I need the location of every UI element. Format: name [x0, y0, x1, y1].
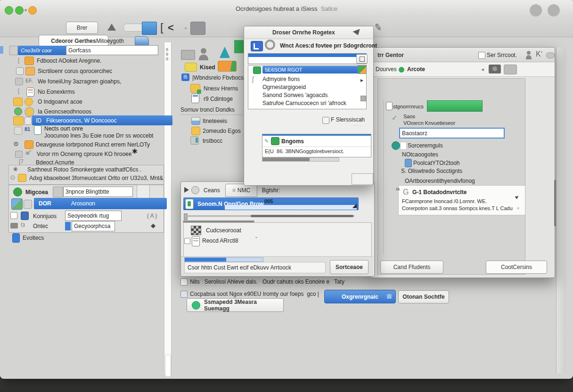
custom-row-label[interactable]: Cudcseorooat [206, 227, 241, 234]
group-row4-input[interactable] [72, 221, 115, 231]
sidebar-item[interactable]: Sicrtiloenr corus qorocercihec [38, 68, 112, 74]
inspector-sub-left[interactable]: Dourves [376, 66, 397, 73]
sidebar-item[interactable]: Voror rrn Ocnerng cproure KO hrooee [37, 151, 131, 157]
dropdown-item[interactable]: Sanond Sonwes 'agoacds [262, 92, 327, 98]
footer-status-chip[interactable]: Ssmapedd 3Measra Suemagg [187, 298, 284, 312]
group-row1-label[interactable]: Migcoea [25, 189, 48, 196]
color-swatch-icon[interactable] [142, 22, 157, 35]
result-hscrollbar-thumb[interactable] [262, 158, 310, 161]
panel-action-button[interactable]: Sortceaoe [330, 260, 368, 274]
footer-checkbox-2[interactable] [180, 291, 188, 298]
window-scrollbar[interactable] [556, 47, 566, 373]
footer-checkbox-1[interactable] [180, 278, 188, 286]
filter-link[interactable]: F Slerssiscah [331, 116, 365, 123]
row-green-label[interactable]: Sorcerernguls [408, 142, 443, 149]
sidebar-tab-label: Cdeoror Gerthes [51, 38, 96, 44]
group-selected-row[interactable]: DOR Arosonon [34, 198, 167, 209]
blue-doc-icon [405, 159, 412, 167]
yellow-folder-icon [13, 98, 23, 106]
orange-app-icon [25, 140, 33, 149]
combo-browse-button[interactable] [356, 54, 368, 64]
sidebar-selected-item[interactable]: ID Fiikseroooncs, W Doncoooc [32, 115, 172, 125]
group-row4-label: Ontec [33, 223, 48, 229]
row-doc-label[interactable]: PoolcatYTOr2tooh [413, 160, 460, 166]
record-row-label[interactable]: Reocd ARrctl8 [202, 237, 238, 244]
name-input[interactable] [66, 45, 158, 55]
capture-selected-row[interactable]: Sonom.N Onn/Gon Brow 005 ◢ [183, 197, 359, 210]
book-icon [191, 94, 199, 103]
dropdown-selected-item[interactable]: 5E6SOM RGOT [262, 66, 360, 74]
browser-item[interactable]: r9 Cdintoge [204, 96, 233, 102]
menu-label[interactable]: Mitoeygoth [96, 38, 124, 44]
sidebar-item[interactable]: Fdbooct AOoket Aregnne. [37, 57, 101, 64]
gray-app-icon [190, 136, 199, 145]
footer-primary-button[interactable]: Oxgrenrgnaic [324, 290, 396, 303]
dropdown-item[interactable]: Admyoire fions [262, 76, 300, 82]
result-hscrollbar[interactable] [262, 157, 339, 162]
browser-item[interactable]: Itneteeeis [203, 118, 227, 124]
sidebar-item[interactable]: O Indgoanvt acoe [38, 98, 82, 105]
browser-item[interactable]: Nnesv Hrerns [204, 85, 238, 92]
pane-resize-handle[interactable] [554, 180, 556, 226]
expander-icon[interactable]: [ [18, 88, 19, 94]
inspector-header-checkbox[interactable] [478, 52, 485, 59]
result-title[interactable]: Bngoms [281, 138, 304, 145]
tiny-doc-icon [386, 102, 393, 110]
mini-dropdown-box[interactable] [352, 173, 373, 185]
key-icon[interactable]: Kʻ [536, 50, 542, 58]
browser-item[interactable]: 2omeudo Egos [203, 128, 241, 134]
tool-icon[interactable] [190, 22, 205, 35]
slider-thumb-1[interactable] [251, 215, 353, 217]
dropdown-item[interactable]: Satrufoe Carnucocecn sri 'afrrock [262, 100, 346, 106]
browser-item[interactable]: trstbocc [203, 138, 222, 144]
person-icon[interactable] [525, 50, 532, 59]
play-icon[interactable] [184, 187, 189, 193]
row-notes-label[interactable]: NOtcaoogotes [402, 151, 438, 158]
inspector-right-button[interactable]: CootCersins [486, 261, 547, 274]
sidebar-item[interactable]: Deavgeuse lorbrponod Runct errem NerLOTy [36, 141, 150, 148]
collapse-arrow-icon[interactable]: ◂ [481, 66, 484, 73]
chevron-down-icon[interactable]: ˇ [255, 237, 257, 243]
step-button[interactable]: Brer [66, 22, 98, 34]
expander-icon[interactable]: [7 [19, 158, 24, 165]
inspector-right-button-label: CootCersins [501, 264, 532, 270]
white-chip-icon [400, 142, 407, 150]
camera-dark-icon[interactable] [489, 65, 501, 74]
sidebar-footer-item[interactable]: Evoltecs [23, 235, 44, 241]
mac-tab[interactable]: ≡ NMC [225, 184, 257, 197]
group-row3-input[interactable] [65, 211, 122, 221]
camera-light-icon[interactable] [504, 65, 517, 74]
filter-toggle-icon[interactable] [322, 117, 329, 124]
detail-title[interactable]: Nects ourt onre [44, 125, 83, 132]
popup-combo-field[interactable] [248, 53, 367, 64]
footer-secondary-button[interactable]: Otonan Sochtfe [398, 290, 449, 303]
field-label: Bgtshr: [262, 187, 280, 194]
group-row3-checkbox[interactable] [10, 212, 17, 219]
flag-icon[interactable] [107, 24, 116, 31]
pencil-icon[interactable]: ✎ [373, 21, 383, 34]
check-line1: Saos [403, 114, 415, 119]
toolbar-toggle-button[interactable] [530, 4, 542, 16]
name-row-label[interactable]: Cno3s0r coor [18, 46, 68, 55]
browser-item[interactable]: |Wbndsrelo Fbvbocs [192, 74, 244, 81]
search-toggle-button[interactable] [548, 4, 560, 16]
dropdown-item[interactable]: Ogrnestargigoeid [262, 84, 306, 90]
inspector-sub-right[interactable]: Arcote [407, 66, 425, 73]
preview-box[interactable] [137, 185, 150, 198]
record-checkbox[interactable] [184, 238, 190, 244]
oval-button[interactable] [546, 52, 555, 58]
scroll-box-icon[interactable] [360, 96, 366, 101]
person-icon [198, 47, 209, 60]
green-strip [234, 40, 244, 53]
inspector-field[interactable] [399, 128, 505, 139]
count-radio-label: Ceans [204, 187, 220, 194]
back-arrow-icon[interactable]: < [168, 22, 174, 34]
count-radio[interactable] [191, 186, 199, 194]
sidebar-scrollbar-thumb[interactable] [165, 354, 171, 377]
inspector-left-button[interactable]: Cand Ffudents [380, 261, 443, 274]
sidebar-item[interactable]: Ia Geoncseodhnooos [38, 108, 91, 115]
sidebar-item[interactable]: No Eonexkrms [38, 89, 75, 95]
group-row1-input[interactable] [63, 187, 133, 197]
sidebar-item[interactable]: We foneiiUny 3azragren gioahps, [38, 78, 121, 85]
expander-icon[interactable]: [ [18, 57, 19, 64]
